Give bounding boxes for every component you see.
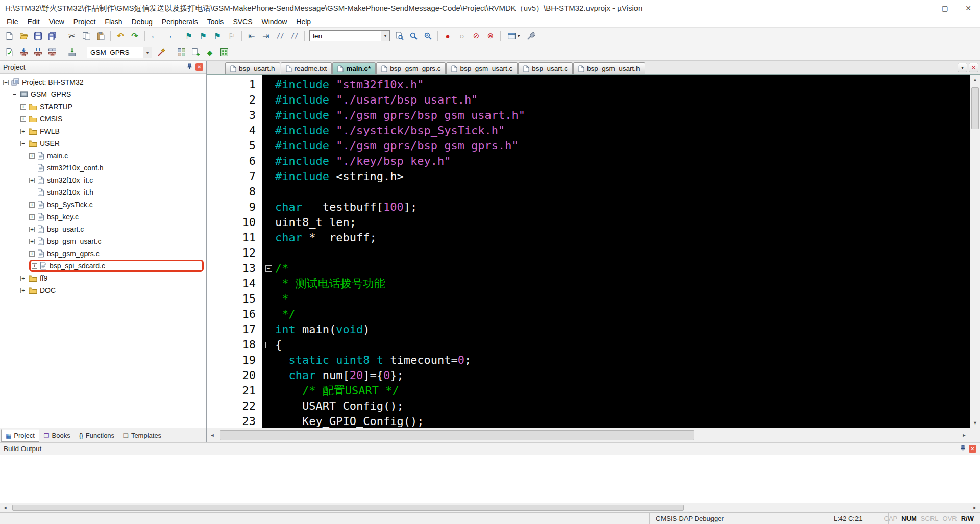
tree-item-bsp-gsm-usart-c[interactable]: +bsp_gsm_usart.c: [0, 235, 206, 247]
disable-all-breakpoints-button[interactable]: ⊘: [470, 30, 483, 42]
editor-tab-bsp-gsm-usart-c[interactable]: bsp_gsm_usart.c: [446, 62, 518, 74]
panel-tab-project[interactable]: ▦Project: [1, 429, 39, 442]
expand-plus-icon[interactable]: +: [20, 288, 26, 293]
menu-project[interactable]: Project: [69, 18, 101, 26]
target-select-combobox[interactable]: GSM_GPRS ▾: [87, 47, 152, 58]
open-file-button[interactable]: [17, 30, 30, 42]
file-extensions-button[interactable]: [175, 46, 188, 59]
tree-item-bsp-spi-sdcard-c[interactable]: +bsp_spi_sdcard.c: [0, 260, 206, 272]
collapse-minus-icon[interactable]: −: [12, 92, 17, 97]
expand-plus-icon[interactable]: +: [29, 153, 35, 159]
find-in-files-button[interactable]: [393, 30, 406, 42]
collapse-minus-icon[interactable]: −: [20, 141, 26, 146]
tree-item-bsp-key-c[interactable]: +bsp_key.c: [0, 211, 206, 223]
editor-horizontal-scrollbar[interactable]: ◄ ►: [207, 428, 980, 442]
tree-item-bsp-gsm-gprs-c[interactable]: +bsp_gsm_gprs.c: [0, 247, 206, 260]
menu-window[interactable]: Window: [257, 18, 292, 26]
expand-plus-icon[interactable]: +: [29, 239, 35, 244]
vertical-scroll-track[interactable]: [970, 84, 980, 418]
tree-item-bsp-systick-c[interactable]: +bsp_SysTick.c: [0, 198, 206, 211]
scroll-right-button[interactable]: ►: [959, 428, 970, 442]
manage-rte-button[interactable]: [217, 46, 231, 59]
find-button[interactable]: [407, 30, 420, 42]
paste-button[interactable]: [94, 30, 107, 42]
horizontal-scroll-track[interactable]: [10, 503, 970, 512]
tree-item-ff9[interactable]: +ff9: [0, 272, 206, 284]
maximize-button[interactable]: ▢: [933, 0, 957, 16]
expand-plus-icon[interactable]: +: [32, 263, 37, 269]
expand-plus-icon[interactable]: +: [29, 251, 35, 257]
horizontal-scroll-track[interactable]: [218, 428, 959, 442]
save-button[interactable]: [31, 30, 44, 42]
tree-item-cmsis[interactable]: +CMSIS: [0, 113, 206, 125]
expand-plus-icon[interactable]: +: [20, 116, 26, 122]
pack-installer-button[interactable]: ◆: [203, 46, 216, 59]
tree-item-stm32f10x-it-h[interactable]: stm32f10x_it.h: [0, 186, 206, 198]
uncomment-selection-button[interactable]: //: [288, 30, 301, 42]
tree-item-user[interactable]: −USER: [0, 137, 206, 149]
editor-tab-readme-txt[interactable]: readme.txt: [281, 62, 332, 74]
cut-button[interactable]: ✂: [65, 30, 79, 42]
editor-tab-bsp-usart-c[interactable]: bsp_usart.c: [518, 62, 573, 74]
menu-view[interactable]: View: [44, 18, 69, 26]
expand-plus-icon[interactable]: +: [20, 129, 26, 134]
minimize-button[interactable]: —: [910, 0, 933, 16]
clear-bookmarks-button[interactable]: ⚐: [225, 30, 238, 42]
comment-selection-button[interactable]: //: [274, 30, 287, 42]
redo-button[interactable]: ↷: [128, 30, 141, 42]
scroll-down-button[interactable]: ▼: [970, 418, 980, 428]
menu-peripherals[interactable]: Peripherals: [157, 18, 203, 26]
horizontal-scroll-thumb[interactable]: [220, 430, 694, 440]
navigate-forward-button[interactable]: →: [162, 30, 176, 42]
tab-list-dropdown-button[interactable]: ▾: [958, 63, 967, 72]
tree-item-startup[interactable]: +STARTUP: [0, 101, 206, 113]
tree-item-fwlb[interactable]: +FWLB: [0, 125, 206, 137]
vertical-scroll-thumb[interactable]: [971, 87, 979, 129]
pin-icon[interactable]: [186, 63, 193, 71]
scroll-right-button[interactable]: ►: [970, 503, 980, 512]
collapse-minus-icon[interactable]: −: [3, 80, 9, 85]
menu-debug[interactable]: Debug: [127, 18, 157, 26]
menu-file[interactable]: File: [2, 18, 23, 26]
tree-item-main-c[interactable]: +main.c: [0, 149, 206, 162]
panel-tab-functions[interactable]: {}Functions: [75, 429, 118, 442]
save-all-button[interactable]: [45, 30, 59, 42]
translate-file-button[interactable]: [3, 46, 16, 59]
options-for-target-button[interactable]: [155, 46, 168, 59]
fold-marker-icon[interactable]: −: [262, 337, 275, 353]
download-button[interactable]: [65, 46, 79, 59]
expand-plus-icon[interactable]: +: [29, 214, 35, 220]
expand-plus-icon[interactable]: +: [20, 276, 26, 281]
build-output-close-button[interactable]: ✕: [969, 445, 976, 453]
menu-help[interactable]: Help: [291, 18, 315, 26]
build-button[interactable]: [17, 46, 30, 59]
scroll-left-button[interactable]: ◄: [207, 428, 218, 442]
scroll-left-button[interactable]: ◄: [0, 503, 10, 512]
incremental-find-button[interactable]: [421, 30, 434, 42]
scroll-up-button[interactable]: ▲: [970, 75, 980, 84]
close-file-button[interactable]: ✕: [969, 63, 978, 72]
pin-icon[interactable]: [960, 445, 966, 453]
copy-button[interactable]: [80, 30, 93, 42]
indent-button[interactable]: ⇥: [259, 30, 273, 42]
next-bookmark-button[interactable]: ⚑: [211, 30, 224, 42]
code-editor[interactable]: 1#include "stm32f10x.h"2#include "./usar…: [207, 75, 970, 428]
target-dropdown-button[interactable]: ▾: [143, 47, 152, 58]
menu-edit[interactable]: Edit: [23, 18, 44, 26]
manage-project-items-button[interactable]: [189, 46, 202, 59]
undo-button[interactable]: ↶: [114, 30, 127, 42]
fold-marker-icon[interactable]: −: [262, 261, 275, 276]
expand-plus-icon[interactable]: +: [20, 104, 26, 110]
tree-item-stm32f10x-it-c[interactable]: +stm32f10x_it.c: [0, 174, 206, 186]
find-text-combobox[interactable]: len ▾: [309, 30, 390, 41]
menu-tools[interactable]: Tools: [203, 18, 229, 26]
editor-tab-bsp-usart-h[interactable]: bsp_usart.h: [225, 62, 280, 74]
find-dropdown-button[interactable]: ▾: [381, 31, 389, 41]
horizontal-scroll-thumb[interactable]: [12, 505, 684, 511]
configure-button[interactable]: [524, 30, 537, 42]
project-panel-close-button[interactable]: ✕: [195, 63, 203, 71]
tree-item-bsp-usart-c[interactable]: +bsp_usart.c: [0, 223, 206, 235]
menu-svcs[interactable]: SVCS: [228, 18, 257, 26]
outdent-button[interactable]: ⇤: [245, 30, 258, 42]
panel-tab-books[interactable]: ❒Books: [40, 429, 75, 442]
